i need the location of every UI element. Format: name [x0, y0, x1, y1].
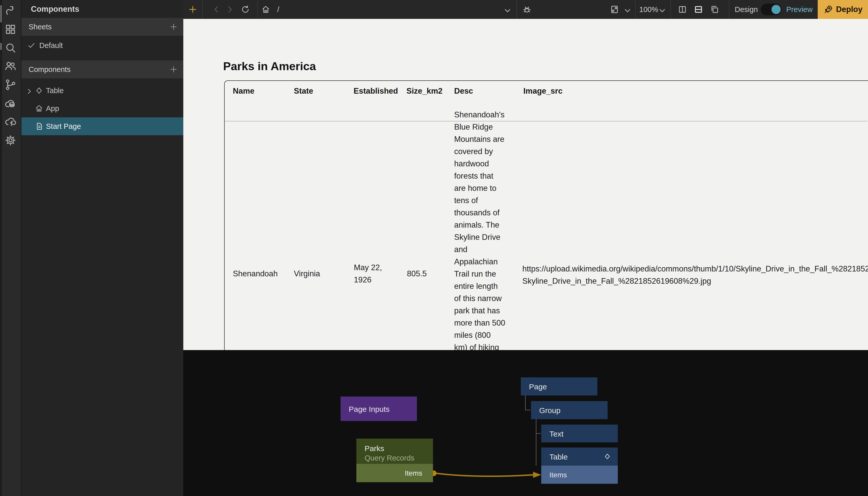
- column-header-established[interactable]: Established: [354, 87, 398, 96]
- sheets-section-header[interactable]: Sheets: [21, 18, 183, 36]
- toolbar-divider: [635, 0, 636, 19]
- deploy-label: Deploy: [836, 5, 863, 14]
- tree-node-group[interactable]: Group: [531, 401, 608, 419]
- cell-desc[interactable]: Shenandoah's Blue Ridge Mountains are co…: [454, 109, 505, 350]
- debug-bug-icon[interactable]: [522, 5, 532, 14]
- add-component-icon[interactable]: [188, 5, 197, 14]
- table-node-items-input-row[interactable]: Items: [541, 466, 618, 484]
- table-component-diamond-icon: [35, 86, 43, 95]
- cloud-database-icon[interactable]: [4, 97, 17, 109]
- edge-scroll-mark: [0, 5, 1, 22]
- sidebar-item-start-page[interactable]: Start Page: [21, 118, 183, 135]
- sidebar-item-table[interactable]: Table: [21, 82, 183, 99]
- toolbar-divider: [257, 0, 258, 19]
- cell-name[interactable]: Shenandoah: [233, 268, 278, 280]
- tree-node-label: Text: [549, 430, 563, 438]
- toolbar-divider: [516, 0, 517, 19]
- tree-node-label: Page: [529, 383, 547, 391]
- graph-connectors: [183, 350, 868, 496]
- column-header-image-src[interactable]: Image_src: [523, 87, 562, 96]
- data-flow-graph-panel[interactable]: Page Inputs Parks Query Records Items Pa…: [183, 350, 868, 496]
- cell-established[interactable]: May 22, 1926: [354, 262, 382, 286]
- path-dropdown-chevron-icon[interactable]: [503, 6, 511, 14]
- cloud-function-icon[interactable]: [4, 115, 17, 128]
- viewport-size-icon[interactable]: [610, 5, 619, 14]
- table-items-label: Items: [549, 471, 567, 479]
- tree-node-label: Table: [549, 453, 568, 461]
- check-icon: [27, 41, 36, 50]
- app-window: Components Sheets Default Components: [0, 0, 868, 496]
- add-component-button[interactable]: [169, 65, 178, 74]
- edge-scroll-mark: [0, 43, 1, 50]
- tree-item-label: App: [46, 104, 59, 113]
- components-sidebar: Components Sheets Default Components: [21, 0, 183, 496]
- window-edge: [0, 0, 2, 496]
- toolbar-divider: [729, 0, 729, 19]
- query-output-items-label: Items: [405, 469, 422, 477]
- page-inputs-node[interactable]: Page Inputs: [340, 397, 417, 421]
- design-preview-toggle[interactable]: [761, 3, 782, 15]
- tree-node-table[interactable]: Table: [541, 448, 618, 466]
- routes-icon[interactable]: [4, 4, 17, 16]
- cell-state[interactable]: Virginia: [294, 268, 320, 280]
- home-icon: [35, 104, 43, 113]
- zoom-dropdown-chevron-icon[interactable]: [658, 6, 665, 13]
- query-node-output-row[interactable]: Items: [356, 464, 433, 482]
- breadcrumb-home-icon[interactable]: [261, 5, 270, 14]
- chevron-right-icon[interactable]: [25, 87, 32, 94]
- search-icon[interactable]: [4, 42, 17, 54]
- table-diamond-icon: [604, 453, 611, 460]
- nav-back-icon[interactable]: [212, 5, 221, 14]
- sidebar-item-default-sheet[interactable]: Default: [21, 36, 183, 55]
- toolbar-divider: [202, 0, 203, 19]
- viewport-dropdown-chevron-icon[interactable]: [623, 6, 630, 13]
- duplicate-panel-icon[interactable]: [710, 5, 719, 14]
- tree-item-label: Table: [46, 87, 64, 95]
- column-header-state[interactable]: State: [294, 87, 313, 96]
- breadcrumb-path[interactable]: /: [277, 5, 279, 14]
- add-sheet-button[interactable]: [169, 23, 178, 31]
- users-icon[interactable]: [4, 60, 17, 72]
- page-document-icon: [35, 122, 43, 130]
- tree-node-page[interactable]: Page: [521, 377, 597, 396]
- tree-node-label: Group: [539, 406, 560, 415]
- tree-node-text[interactable]: Text: [541, 424, 618, 443]
- preview-mode-label[interactable]: Preview: [786, 5, 812, 14]
- sheet-name: Default: [39, 41, 63, 50]
- git-branch-icon[interactable]: [4, 79, 17, 91]
- nav-forward-icon[interactable]: [225, 5, 234, 14]
- column-header-name[interactable]: Name: [233, 87, 254, 96]
- activity-bar: [0, 0, 21, 496]
- components-section-label: Components: [29, 65, 71, 74]
- components-section-header[interactable]: Components: [21, 61, 183, 78]
- split-horizontal-panel-icon[interactable]: [694, 5, 703, 14]
- page-title: Parks in America: [223, 60, 316, 73]
- column-header-size[interactable]: Size_km2: [407, 87, 442, 96]
- settings-gear-icon[interactable]: [4, 134, 17, 146]
- app-toolbar: / 100% Design: [183, 0, 868, 19]
- query-node-title: Parks: [365, 444, 384, 453]
- sheets-section-label: Sheets: [29, 23, 51, 31]
- zoom-level[interactable]: 100%: [639, 5, 658, 14]
- refresh-icon[interactable]: [241, 5, 250, 14]
- table-header-divider: [225, 121, 868, 122]
- tree-item-label: Start Page: [46, 122, 81, 130]
- deploy-button[interactable]: Deploy: [818, 0, 868, 19]
- column-header-desc[interactable]: Desc: [454, 87, 473, 96]
- cell-image-src[interactable]: https://upload.wikimedia.org/wikipedia/c…: [522, 263, 868, 287]
- sidebar-item-app[interactable]: App: [21, 99, 183, 118]
- cell-size-km2[interactable]: 805.5: [407, 268, 427, 280]
- sidebar-title: Components: [31, 4, 79, 14]
- rocket-icon: [823, 4, 833, 14]
- page-inputs-label: Page Inputs: [349, 405, 390, 414]
- query-node-header[interactable]: Parks Query Records: [356, 438, 433, 464]
- preview-canvas: Parks in America Name State Established …: [183, 19, 868, 350]
- toolbar-divider: [670, 0, 671, 19]
- design-mode-label[interactable]: Design: [735, 5, 758, 14]
- split-vertical-panel-icon[interactable]: [678, 5, 687, 14]
- apps-grid-icon[interactable]: [4, 23, 17, 35]
- query-node-subtitle: Query Records: [365, 454, 414, 462]
- toggle-knob: [772, 5, 781, 14]
